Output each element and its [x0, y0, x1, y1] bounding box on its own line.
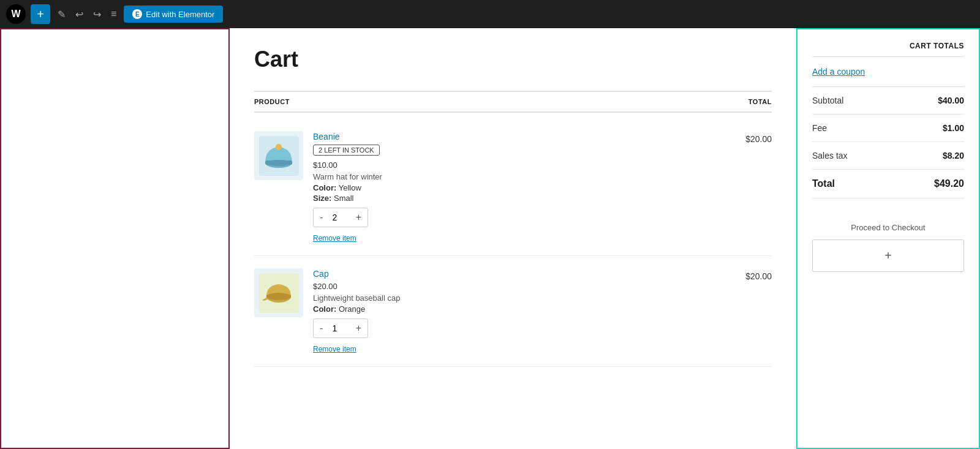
cart-item-color-cap: Color: Orange: [313, 304, 736, 314]
cart-item-price-cap: $20.00: [313, 282, 736, 291]
undo-button[interactable]: ↩: [73, 6, 86, 23]
subtotal-row: Subtotal $40.00: [812, 87, 964, 115]
subtotal-label: Subtotal: [812, 96, 843, 105]
cart-item-total-beanie: $20.00: [745, 131, 772, 144]
fee-value: $1.00: [943, 123, 964, 133]
qty-decrease-cap[interactable]: -: [314, 319, 329, 338]
checkout-section: Proceed to Checkout +: [797, 211, 979, 284]
cart-item-beanie: Beanie 2 LEFT IN STOCK $10.00 Warm hat f…: [254, 119, 772, 256]
cart-item-price-beanie: $10.00: [313, 160, 736, 170]
total-row: Total $49.20: [812, 170, 964, 198]
qty-input-cap[interactable]: [329, 323, 349, 333]
redo-button[interactable]: ↪: [91, 6, 104, 23]
elementor-icon: E: [132, 9, 142, 19]
cap-svg: [259, 273, 299, 313]
main-content: Cart PRODUCT TOTAL Beanie: [230, 28, 796, 449]
wp-logo[interactable]: W: [6, 4, 26, 24]
cart-header-total: TOTAL: [748, 98, 772, 105]
cart-totals-section: CART TOTALS Add a coupon Subtotal $40.00…: [797, 29, 979, 211]
sales-tax-value: $8.20: [943, 151, 964, 160]
proceed-checkout-text: Proceed to Checkout: [812, 223, 964, 232]
cart-item-name-beanie[interactable]: Beanie: [313, 132, 340, 141]
qty-input-beanie[interactable]: [329, 213, 349, 222]
sales-tax-label: Sales tax: [812, 151, 848, 160]
add-block-button[interactable]: +: [812, 240, 964, 272]
qty-control-cap: - +: [313, 319, 368, 338]
cart-item-desc-cap: Lightweight baseball cap: [313, 293, 736, 303]
cart-item-image-cap: [254, 268, 303, 317]
fee-label: Fee: [812, 123, 827, 133]
cart-item-color-beanie: Color: Yellow: [313, 183, 736, 192]
stock-badge-beanie: 2 LEFT IN STOCK: [313, 145, 380, 156]
total-label: Total: [812, 178, 835, 189]
cart-item-details-beanie: Beanie 2 LEFT IN STOCK $10.00 Warm hat f…: [313, 131, 736, 243]
admin-bar: W + ✎ ↩ ↪ ≡ E Edit with Elementor: [0, 0, 980, 28]
qty-increase-cap[interactable]: +: [350, 319, 368, 338]
sales-tax-row: Sales tax $8.20: [812, 142, 964, 170]
subtotal-value: $40.00: [938, 96, 964, 105]
page-title: Cart: [254, 47, 772, 72]
svg-rect-8: [266, 295, 291, 298]
cart-header-product: PRODUCT: [254, 98, 290, 105]
add-coupon-link[interactable]: Add a coupon: [812, 67, 964, 77]
svg-point-2: [276, 144, 282, 150]
beanie-svg: [259, 136, 299, 176]
cart-totals-title: CART TOTALS: [812, 42, 964, 57]
qty-increase-beanie[interactable]: +: [350, 208, 368, 227]
menu-button[interactable]: ≡: [108, 6, 119, 22]
cart-item-total-cap: $20.00: [745, 268, 772, 281]
left-panel: [0, 28, 230, 449]
total-value: $49.20: [934, 178, 964, 189]
remove-beanie-button[interactable]: Remove item: [313, 234, 356, 243]
cart-item-cap: Cap $20.00 Lightweight baseball cap Colo…: [254, 256, 772, 367]
cart-item-details-cap: Cap $20.00 Lightweight baseball cap Colo…: [313, 268, 736, 354]
svg-rect-4: [265, 160, 292, 165]
cart-item-image-beanie: [254, 131, 303, 180]
fee-row: Fee $1.00: [812, 115, 964, 142]
add-new-button[interactable]: +: [31, 4, 50, 24]
cart-item-desc-beanie: Warm hat for winter: [313, 172, 736, 181]
edit-icon-button[interactable]: ✎: [55, 6, 68, 23]
page-wrapper: Cart PRODUCT TOTAL Beanie: [0, 28, 980, 449]
edit-with-elementor-button[interactable]: E Edit with Elementor: [124, 6, 223, 23]
remove-cap-button[interactable]: Remove item: [313, 345, 356, 353]
cart-item-size-beanie: Size: Small: [313, 194, 736, 203]
qty-control-beanie: - +: [313, 208, 368, 227]
cart-item-name-cap[interactable]: Cap: [313, 269, 329, 279]
qty-decrease-beanie[interactable]: -: [314, 208, 329, 227]
cart-header: PRODUCT TOTAL: [254, 91, 772, 113]
right-panel: CART TOTALS Add a coupon Subtotal $40.00…: [796, 28, 980, 449]
